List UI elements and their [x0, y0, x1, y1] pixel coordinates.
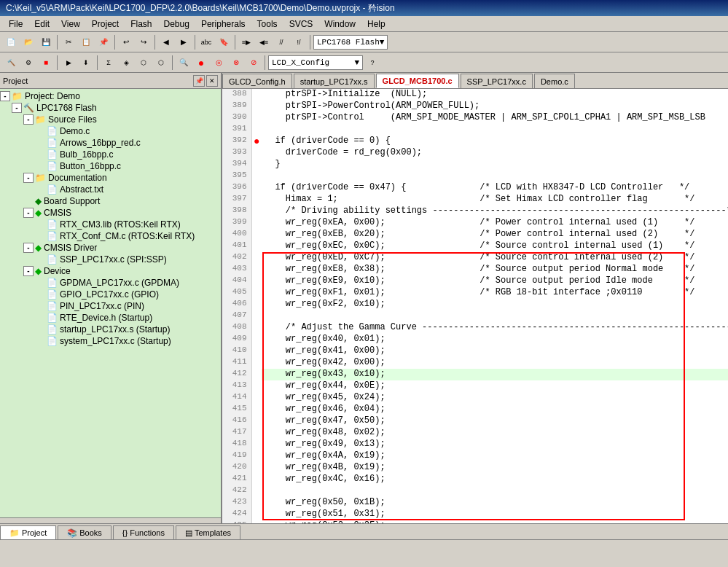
code-line[interactable]: /* Adjust the Gamma Curve --------------… — [262, 322, 728, 334]
uncomment-btn[interactable]: !/ — [291, 34, 307, 50]
tree-item[interactable]: 📄RTE_Device.h (Startup) — [0, 312, 221, 324]
menu-item-file[interactable]: File — [3, 17, 28, 31]
debug-btn[interactable]: ▶ — [60, 55, 77, 71]
clear-btn[interactable]: ⊘ — [246, 55, 262, 71]
comment-btn[interactable]: // — [273, 34, 289, 50]
tree-item[interactable]: -◆Device — [0, 265, 221, 277]
tree-item[interactable]: ◆Board Support — [0, 195, 221, 207]
menu-item-window[interactable]: Window — [318, 17, 361, 31]
code-line[interactable]: wr_reg(0x41, 0x00); — [262, 345, 728, 357]
tree-item[interactable]: -🔨LPC1768 Flash — [0, 102, 221, 114]
code-line[interactable]: wr_reg(0xF2, 0x10); — [262, 299, 728, 310]
code-line[interactable]: wr_reg(0x45, 0x24); — [262, 392, 728, 404]
code-line[interactable]: wr_reg(0x40, 0x01); — [262, 334, 728, 345]
bottom-tab-functions[interactable]: {}Functions — [113, 525, 174, 539]
stop-btn[interactable]: ■ — [38, 55, 54, 71]
save-btn[interactable]: 💾 — [38, 34, 54, 50]
code-line[interactable]: wr_reg(0x46, 0x04); — [262, 404, 728, 415]
code-line[interactable]: wr_reg(0x4A, 0x19); — [262, 450, 728, 462]
code-line[interactable]: } — [262, 159, 728, 171]
code-line[interactable]: wr_reg(0x42, 0x00); — [262, 357, 728, 369]
tab-SSP_LPC17xx-c[interactable]: SSP_LPC17xx.c — [461, 74, 533, 88]
menu-item-flash[interactable]: Flash — [125, 17, 157, 31]
code-container[interactable]: 388 ptrSPI->Initialize (NULL);389 ptrSPI… — [222, 89, 728, 523]
tree-toggle[interactable]: - — [12, 103, 22, 113]
tree-item[interactable]: -📁Project: Demo — [0, 90, 221, 102]
tree-toggle[interactable]: - — [23, 243, 34, 253]
tree-item[interactable]: 📄Arrows_16bpp_red.c — [0, 137, 221, 149]
event-btn[interactable]: ⬡ — [153, 55, 169, 71]
zoom-out-btn[interactable]: ◎ — [211, 55, 227, 71]
code-line[interactable] — [262, 171, 728, 182]
project-close-btn[interactable]: ✕ — [206, 75, 218, 87]
project-resize-handle[interactable] — [0, 517, 221, 523]
tree-toggle[interactable]: - — [23, 208, 34, 218]
search-btn[interactable]: 🔍 — [176, 55, 192, 71]
menu-item-tools[interactable]: Tools — [251, 17, 283, 31]
code-line[interactable]: ptrSPI->Control (ARM_SPI_MODE_MASTER | A… — [262, 112, 728, 124]
code-line[interactable]: ptrSPI->PowerControl(ARM_POWER_FULL); — [262, 101, 728, 112]
find-btn[interactable]: abc — [198, 34, 214, 50]
code-line[interactable] — [262, 485, 728, 497]
paste-btn[interactable]: 📌 — [95, 34, 111, 50]
tree-item[interactable]: 📄GPIO_LPC17xx.c (GPIO) — [0, 289, 221, 300]
menu-item-help[interactable]: Help — [361, 17, 391, 31]
code-line[interactable]: wr_reg(0xF1, 0x01); /* RGB 18-bit interf… — [262, 287, 728, 299]
bottom-tab-templates[interactable]: ▤Templates — [176, 525, 240, 539]
code-line[interactable] — [262, 124, 728, 136]
tree-item[interactable]: 📄SSP_LPC17xx.c (SPI:SSP) — [0, 254, 221, 265]
menu-item-edit[interactable]: Edit — [28, 17, 55, 31]
code-line[interactable]: wr_reg(0x50, 0x1B); — [262, 497, 728, 509]
code-line[interactable]: wr_reg(0x4B, 0x19); — [262, 462, 728, 474]
menu-item-debug[interactable]: Debug — [158, 17, 195, 31]
tree-item[interactable]: 📄Button_16bpp.c — [0, 160, 221, 172]
indent-btn[interactable]: ≡▶ — [238, 34, 254, 50]
open-btn[interactable]: 📂 — [20, 34, 36, 50]
tree-toggle[interactable]: - — [23, 114, 34, 125]
unindent-btn[interactable]: ◀≡ — [256, 34, 272, 50]
code-line[interactable]: if (driverCode == 0) { — [262, 136, 728, 147]
tree-toggle[interactable]: - — [23, 173, 34, 183]
tree-item[interactable]: 📄Bulb_16bpp.c — [0, 149, 221, 160]
rebuild-btn[interactable]: ⚙ — [20, 55, 36, 71]
config-dropdown[interactable]: LCD_X_Config ▼ — [268, 55, 363, 70]
tree-item[interactable]: 📄startup_LPC17xx.s (Startup) — [0, 324, 221, 335]
tree-item[interactable]: 📄RTX_CM3.lib (RTOS:Keil RTX) — [0, 219, 221, 230]
tab-GLCD_MCB1700-c[interactable]: GLCD_MCB1700.c — [376, 74, 459, 88]
cut-btn[interactable]: ✂ — [60, 34, 77, 50]
tree-item[interactable]: -◆CMSIS — [0, 207, 221, 219]
tree-item[interactable]: 📄GPDMA_LPC17xx.c (GPDMA) — [0, 277, 221, 289]
target-dropdown[interactable]: LPC1768 Flash ▼ — [313, 35, 388, 50]
tree-item[interactable]: -📁Source Files — [0, 114, 221, 125]
build-btn[interactable]: 🔨 — [3, 55, 19, 71]
menu-item-view[interactable]: View — [55, 17, 86, 31]
code-line[interactable]: wr_reg(0xEC, 0x0C); /* Source control in… — [262, 241, 728, 252]
back-btn[interactable]: ◀ — [158, 34, 174, 50]
download-btn[interactable]: ⬇ — [78, 55, 94, 71]
code-line[interactable] — [262, 310, 728, 322]
bottom-tab-books[interactable]: 📚Books — [58, 525, 111, 539]
code-line[interactable]: wr_reg(0x47, 0x50); — [262, 415, 728, 427]
bottom-tab-project[interactable]: 📁Project — [0, 525, 56, 539]
tree-item[interactable]: 📄Demo.c — [0, 125, 221, 137]
zoom-in-btn[interactable]: ● — [193, 55, 209, 71]
tree-toggle[interactable]: - — [23, 266, 34, 276]
tree-item[interactable]: 📄RTX_Conf_CM.c (RTOS:Keil RTX) — [0, 230, 221, 242]
code-line[interactable]: wr_reg(0x43, 0x10); — [262, 369, 728, 380]
code-line[interactable]: wr_reg(0x52, 0x2F); — [262, 520, 728, 523]
new-btn[interactable]: 📄 — [3, 34, 19, 50]
menu-item-project[interactable]: Project — [86, 17, 125, 31]
tree-item[interactable]: -📁Documentation — [0, 172, 221, 184]
tree-item[interactable]: 📄PIN_LPC17xx.c (PIN) — [0, 300, 221, 312]
code-line[interactable]: wr_reg(0xE8, 0x38); /* Source output per… — [262, 264, 728, 275]
breakpt-btn[interactable]: ⊗ — [228, 55, 244, 71]
code-line[interactable]: /* Driving ability settings ------------… — [262, 206, 728, 217]
tree-item[interactable]: -◆CMSIS Driver — [0, 242, 221, 254]
redo-btn[interactable]: ↪ — [136, 34, 152, 50]
code-line[interactable]: Himax = 1; /* Set Himax LCD controller f… — [262, 194, 728, 206]
help-btn[interactable]: ? — [364, 55, 380, 71]
code-line[interactable]: wr_reg(0xE9, 0x10); /* Source output per… — [262, 275, 728, 287]
code-line[interactable]: ptrSPI->Initialize (NULL); — [262, 89, 728, 101]
copy-btn[interactable]: 📋 — [78, 34, 94, 50]
code-line[interactable]: wr_reg(0xEB, 0x20); /* Power control int… — [262, 229, 728, 241]
